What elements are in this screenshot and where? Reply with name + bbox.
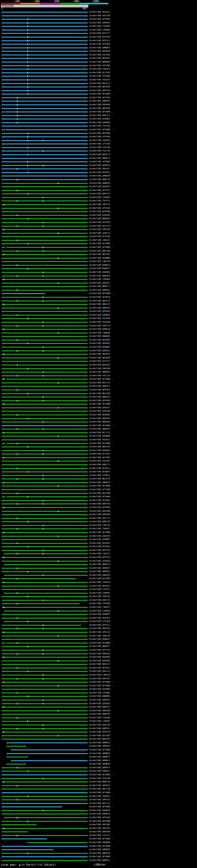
hit-label[interactable]: UniRef100_UP1000... [89,773,114,776]
hit-label[interactable]: UniRef100_UP1000... [89,681,114,684]
hit-row[interactable]: UniRef100_Q35CB4 [0,827,197,830]
hit-bar[interactable] [2,849,53,850]
hit-bar[interactable] [7,379,87,380]
hit-bar[interactable] [2,835,87,836]
hit-label[interactable]: UniRef100_B4JWL7 [89,467,110,470]
hit-row[interactable]: UniRef100_Q4MB26 [0,848,197,851]
hit-bar[interactable] [2,365,87,366]
hit-row[interactable]: UniRef100_B9SXS4 [0,57,197,60]
hit-row[interactable]: UniRef100_C5FF31 [0,199,197,203]
hit-label[interactable]: UniRef100_UP1000... [89,495,114,498]
hit-label[interactable]: UniRef100_A29XS6 [89,560,110,563]
hit-bar[interactable] [2,568,87,569]
hit-bar[interactable] [2,821,87,822]
hit-label[interactable]: UniRef100_UP1000... [89,93,114,95]
hit-label[interactable]: UniRef100_K9PSK6 [89,103,110,106]
hit-row[interactable]: UniRef100_Q4GX57 [0,281,197,285]
hit-row[interactable]: UniRef100_Q96YR3 [0,574,197,577]
hit-row[interactable]: UniRef100_C5DEB4 [0,278,197,281]
hit-bar[interactable] [2,468,87,469]
hit-row[interactable]: UniRef100_A4RYN3 [0,21,197,25]
hit-bar[interactable] [2,382,87,383]
hit-bar[interactable] [2,297,87,298]
hit-label[interactable]: UniRef100_A6KTL7 [89,463,110,466]
hit-bar[interactable] [2,532,87,533]
hit-bar[interactable] [7,756,27,757]
hit-label[interactable]: UniRef100_Q95F67 [89,406,110,409]
hit-row[interactable]: UniRef100_UP1000... [0,680,197,684]
hit-label[interactable]: UniRef100_Q9DB79 [89,481,110,484]
hit-row[interactable]: UniRef100_Q6GRF7 [0,645,197,648]
hit-row[interactable]: UniRef100_Q7SFZ2 [0,189,197,192]
hit-label[interactable]: UniRef100_C6L3B3 [89,460,110,463]
hit-bar[interactable] [7,247,87,248]
hit-label[interactable]: UniRef100_B6TDF0 [89,86,110,88]
hit-label[interactable]: UniRef100_B8B8W4 [89,61,110,63]
hit-label[interactable]: UniRef100_A7NUX1 [89,795,110,798]
hit-label[interactable]: UniRef100_B9RG77 [89,157,110,160]
hit-bar[interactable] [2,62,87,63]
hit-label[interactable]: UniRef100_Q75EW4 [89,499,110,502]
hit-label[interactable]: UniRef100_Q76MP3 [89,538,110,541]
hit-bar[interactable] [2,272,87,273]
hit-label[interactable]: UniRef100_A2I420 [89,235,110,238]
hit-bar[interactable] [2,717,87,718]
hit-label[interactable]: UniRef100_C1MUD8 [89,29,110,31]
hit-row[interactable]: UniRef100_B17V93 [0,71,197,74]
hit-bar[interactable] [2,643,5,644]
hit-row[interactable]: UniRef100_A6MW46 [0,763,197,766]
hit-label[interactable]: UniRef100_C6K160 [89,367,110,370]
hit-bar[interactable] [2,528,87,529]
hit-row[interactable]: UniRef100_Q4GC56 [0,723,197,727]
hit-row[interactable]: UniRef100_UP1000... [0,805,197,809]
hit-bar[interactable] [2,739,87,740]
hit-label[interactable]: UniRef100_P60ES7 [89,770,110,773]
hit-label[interactable]: UniRef100_A66VH6 [89,709,110,712]
hit-row[interactable]: UniRef100_UP1000... [0,424,197,427]
hit-label[interactable]: UniRef100_Q6DEP5 [89,428,110,430]
hit-row[interactable]: UniRef100_UP1000... [0,837,197,841]
hit-bar[interactable] [2,386,87,387]
hit-bar[interactable] [2,19,87,20]
hit-bar[interactable] [2,12,87,12]
hit-row[interactable]: UniRef100_Q6PSV9 [0,445,197,448]
hit-label[interactable]: UniRef100_Q35CB4 [89,827,110,830]
hit-bar[interactable] [2,147,87,148]
hit-row[interactable]: UniRef100_P79013 [0,474,197,477]
hit-label[interactable]: UniRef100_Q6GRF7 [89,645,110,648]
hit-label[interactable]: UniRef100_B6W739 [89,780,110,783]
hit-label[interactable]: UniRef100_A6MC02 [89,745,110,748]
hit-bar[interactable] [2,489,87,490]
hit-label[interactable]: UniRef100_Q6C090 [89,356,110,359]
hit-row[interactable]: UniRef100_C30XI2 [0,606,197,609]
hit-label[interactable]: UniRef100_B4HP68 [89,656,110,659]
hit-row[interactable]: UniRef100_Q41999 [0,577,197,581]
hit-label[interactable]: UniRef100_C1BEN7 [89,720,110,723]
hit-label[interactable]: UniRef100_A2IH08 [89,242,110,245]
hit-label[interactable]: UniRef100_A6BVQ1 [89,570,110,573]
hit-label[interactable]: UniRef100_B6HCL7 [89,285,110,288]
hit-bar[interactable] [2,521,87,522]
hit-label[interactable]: UniRef100_A9BE25 [89,813,110,815]
hit-bar[interactable] [2,700,87,701]
hit-bar[interactable] [2,810,87,811]
hit-bar[interactable] [2,682,87,683]
hit-label[interactable]: UniRef100_UP1000... [89,856,114,858]
hit-row[interactable]: UniRef100_C6TCW6 [0,64,197,67]
hit-bar[interactable] [2,806,62,807]
hit-label[interactable]: UniRef100_Q0CXL5 [89,192,110,195]
hit-row[interactable]: UniRef100_A9C3W5 [0,823,197,827]
hit-label[interactable]: UniRef100_A2F1W4 [89,816,110,819]
hit-label[interactable]: UniRef100_A1DF12 [89,232,110,235]
hit-bar[interactable] [4,621,87,622]
hit-row[interactable]: UniRef100_A6MWV9 [0,752,197,755]
hit-bar[interactable] [2,767,87,768]
hit-label[interactable]: UniRef100_Q7PIL5 [89,624,110,627]
hit-label[interactable]: UniRef100_A9SVX2 [89,677,110,680]
hit-row[interactable]: UniRef100_A1DF12 [0,231,197,235]
hit-row[interactable]: UniRef100_UP1000... [0,495,197,498]
hit-bar[interactable] [2,104,87,105]
hit-row[interactable]: UniRef100_UP1000... [0,442,197,445]
hit-row[interactable]: UniRef100_B6JUX0 [0,392,197,395]
hit-row[interactable]: UniRef100_Q4WTD1 [0,349,197,352]
